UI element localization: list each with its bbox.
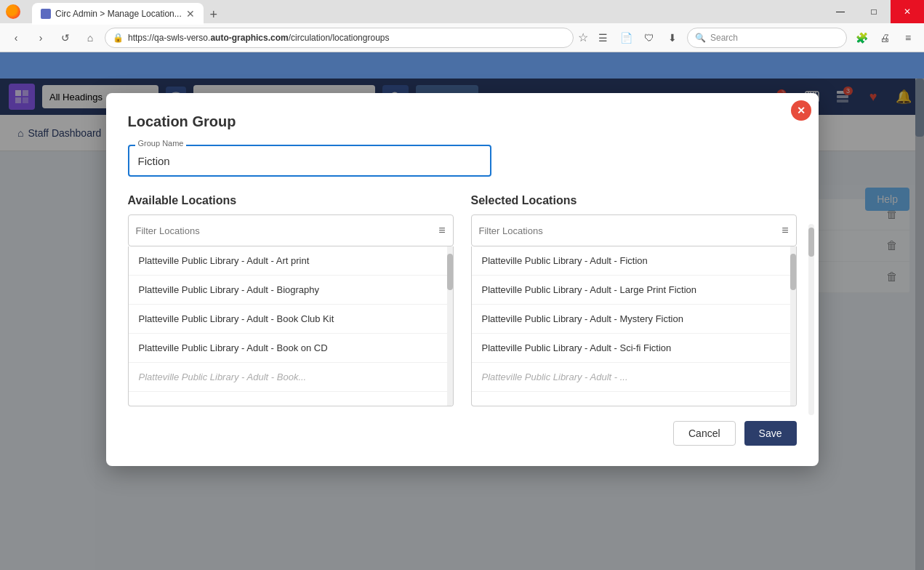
modal-overlay[interactable]: Location Group ✕ Group Name Available Lo… xyxy=(0,79,924,570)
home-button[interactable]: ⌂ xyxy=(80,28,100,48)
downloads-icon[interactable]: ⬇ xyxy=(662,28,683,48)
available-filter-icon: ≡ xyxy=(438,224,445,237)
maximize-button[interactable]: □ xyxy=(857,0,891,23)
selected-filter-icon: ≡ xyxy=(782,224,788,237)
modal-title: Location Group xyxy=(128,113,797,130)
available-scroll[interactable] xyxy=(447,246,453,406)
cancel-button[interactable]: Cancel xyxy=(673,421,736,446)
available-item-4[interactable]: Platteville Public Library - Adult - Boo… xyxy=(129,334,453,363)
selected-locations-list[interactable]: Platteville Public Library - Adult - Fic… xyxy=(471,246,797,406)
selected-locations-title: Selected Locations xyxy=(471,194,797,207)
bookmark-button[interactable]: ☆ xyxy=(578,31,588,44)
save-button[interactable]: Save xyxy=(744,421,797,446)
available-locations-panel: Available Locations ≡ Platteville Public… xyxy=(128,194,454,406)
selected-locations-panel: Selected Locations ≡ Platteville Public … xyxy=(471,194,797,406)
active-tab[interactable]: Circ Admin > Manage Location... ✕ xyxy=(32,3,204,25)
modal-footer: Cancel Save xyxy=(128,421,797,446)
modal-close-button[interactable]: ✕ xyxy=(791,100,811,121)
lock-icon: 🔒 xyxy=(113,33,124,43)
tab-close-button[interactable]: ✕ xyxy=(186,8,195,20)
toolbar-icons: ☰ 📄 🛡 ⬇ xyxy=(592,28,683,48)
group-name-label: Group Name xyxy=(135,139,187,148)
url-bar[interactable]: 🔒 https://qa-swls-verso.auto-graphics.co… xyxy=(105,28,574,48)
modal-scrollbar-thumb xyxy=(808,228,814,257)
reader-view-icon[interactable]: 📄 xyxy=(616,28,636,48)
extra-toolbar-icons: 🧩 🖨 ≡ xyxy=(851,28,918,48)
available-item-2[interactable]: Platteville Public Library - Adult - Bio… xyxy=(129,276,453,305)
available-item-3[interactable]: Platteville Public Library - Adult - Boo… xyxy=(129,305,453,334)
selected-filter-box[interactable]: ≡ xyxy=(471,214,797,246)
firefox-icon xyxy=(6,4,20,19)
selected-item-4[interactable]: Platteville Public Library - Adult - Sci… xyxy=(472,334,796,363)
selected-item-2[interactable]: Platteville Public Library - Adult - Lar… xyxy=(472,276,796,305)
back-button[interactable]: ‹ xyxy=(6,28,26,48)
group-name-input[interactable] xyxy=(128,145,491,177)
selected-item-5[interactable]: Platteville Public Library - Adult - ... xyxy=(472,363,796,392)
menu-icon[interactable]: ≡ xyxy=(898,28,918,48)
shield-icon[interactable]: 🛡 xyxy=(639,28,659,48)
search-placeholder: Search xyxy=(710,33,738,43)
search-box[interactable]: 🔍 Search xyxy=(687,28,847,48)
available-locations-list[interactable]: Platteville Public Library - Adult - Art… xyxy=(128,246,454,406)
refresh-button[interactable]: ↺ xyxy=(55,28,76,48)
url-text: https://qa-swls-verso.auto-graphics.com/… xyxy=(128,33,389,43)
available-item-1[interactable]: Platteville Public Library - Adult - Art… xyxy=(129,246,453,276)
forward-button[interactable]: › xyxy=(31,28,51,48)
new-tab-button[interactable]: + xyxy=(204,4,224,25)
modal-right-scrollbar[interactable] xyxy=(808,224,814,415)
tab-icon xyxy=(41,9,51,19)
extensions-icon[interactable]: 🧩 xyxy=(851,28,872,48)
available-item-5[interactable]: Platteville Public Library - Adult - Boo… xyxy=(129,363,453,392)
tab-title: Circ Admin > Manage Location... xyxy=(55,9,182,19)
selected-scroll-thumb xyxy=(790,254,796,290)
minimize-button[interactable]: — xyxy=(824,0,857,23)
selected-scroll[interactable] xyxy=(790,246,796,406)
available-filter-box[interactable]: ≡ xyxy=(128,214,454,246)
locations-grid: Available Locations ≡ Platteville Public… xyxy=(128,194,797,406)
location-group-modal: Location Group ✕ Group Name Available Lo… xyxy=(106,93,819,466)
sidebar-icon[interactable]: ☰ xyxy=(592,28,613,48)
group-name-field-container: Group Name xyxy=(128,145,797,177)
window-controls: — □ ✕ xyxy=(824,0,924,23)
close-window-button[interactable]: ✕ xyxy=(891,0,924,23)
selected-item-3[interactable]: Platteville Public Library - Adult - Mys… xyxy=(472,305,796,334)
selected-filter-input[interactable] xyxy=(479,225,778,236)
search-icon: 🔍 xyxy=(695,33,706,43)
available-filter-input[interactable] xyxy=(136,225,435,236)
available-scroll-thumb xyxy=(447,254,453,290)
available-locations-title: Available Locations xyxy=(128,194,454,207)
selected-item-1[interactable]: Platteville Public Library - Adult - Fic… xyxy=(472,246,796,276)
print-icon[interactable]: 🖨 xyxy=(875,28,895,48)
